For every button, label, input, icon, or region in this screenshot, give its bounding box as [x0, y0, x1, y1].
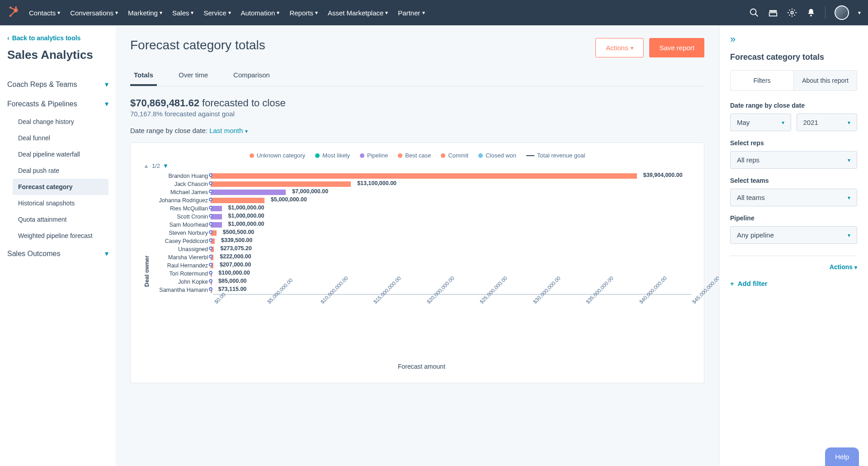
row-value: $5,000,000.00	[271, 196, 307, 203]
marketplace-icon[interactable]	[768, 8, 778, 18]
expand-icon[interactable]: »	[730, 33, 857, 45]
nav-item-service[interactable]: Service ▾	[203, 9, 231, 17]
search-icon[interactable]	[749, 8, 759, 18]
avatar[interactable]	[835, 5, 849, 20]
bell-icon[interactable]	[806, 8, 816, 18]
goal-marker	[209, 181, 212, 185]
panel-title: Forecast category totals	[730, 52, 857, 62]
legend-item: Total revenue goal	[526, 152, 585, 159]
tab-over-time[interactable]: Over time	[175, 66, 212, 86]
top-nav: Contacts ▾Conversations ▾Marketing ▾Sale…	[0, 0, 868, 25]
main-content: Forecast category totals Actions▾ Save r…	[116, 25, 719, 466]
row-owner: Sam Moorhead	[152, 222, 211, 228]
nav-item-sales[interactable]: Sales ▾	[172, 9, 194, 17]
svg-point-7	[9, 6, 11, 8]
row-owner: Casey Peddicord	[152, 238, 211, 244]
row-value: $273,075.20	[220, 245, 252, 252]
chevron-down-icon[interactable]: ▾	[858, 10, 861, 16]
tab-filters[interactable]: Filters	[731, 71, 793, 90]
hubspot-logo	[7, 6, 20, 19]
plus-icon: +	[730, 280, 734, 287]
tab-about[interactable]: About this report	[793, 71, 857, 90]
goal-marker	[209, 214, 212, 218]
chevron-down-icon: ▾	[115, 10, 118, 16]
nav-item-marketing[interactable]: Marketing ▾	[128, 9, 162, 17]
row-owner: Scott Cronin	[152, 214, 211, 220]
row-owner: Brandon Huang	[152, 173, 211, 179]
row-value: $100,000.00	[218, 270, 250, 276]
reps-select[interactable]: All reps▾	[730, 151, 857, 169]
sidebar-item-weighted-pipeline-forecast[interactable]: Weighted pipeline forecast	[13, 228, 108, 244]
summary-sub: 70,167.8% forecasted against goal	[130, 110, 704, 118]
sidebar-item-quota-attainment[interactable]: Quota attainment	[13, 211, 108, 228]
nav-item-reports[interactable]: Reports ▾	[289, 9, 318, 17]
chevron-down-icon: ▾	[848, 232, 850, 238]
date-filter-inline: Date range by close date: Last month ▾	[130, 127, 704, 134]
row-owner: Steven Norbury	[152, 230, 211, 236]
x-axis-label: Forecast amount	[152, 363, 691, 370]
year-select[interactable]: 2021▾	[797, 114, 858, 131]
sidebar-item-deal-pipeline-waterfall[interactable]: Deal pipeline waterfall	[13, 146, 108, 162]
row-owner: Unassigned	[152, 246, 211, 252]
svg-point-13	[810, 15, 812, 17]
row-owner: John Kopke	[152, 279, 211, 285]
sidebar-group-sales-outcomes[interactable]: Sales Outcomes▾	[7, 244, 116, 263]
chart-row: Johanna Rodriguez$5,000,000.00	[152, 196, 691, 204]
goal-marker	[209, 287, 212, 291]
row-owner: Marsha Viererbl	[152, 254, 211, 261]
chevron-down-icon: ▾	[57, 10, 60, 16]
teams-select[interactable]: All teams▾	[730, 189, 857, 206]
row-value: $1,000,000.00	[228, 221, 264, 227]
sidebar-item-deal-funnel[interactable]: Deal funnel	[13, 130, 108, 146]
svg-point-8	[750, 9, 756, 15]
nav-item-contacts[interactable]: Contacts ▾	[29, 9, 60, 17]
svg-rect-10	[769, 10, 777, 12]
help-button[interactable]: Help	[825, 447, 859, 466]
chart-row: Scott Cronin$1,000,000.00	[152, 213, 691, 221]
svg-line-9	[755, 14, 758, 17]
sidebar-item-deal-change-history[interactable]: Deal change history	[13, 114, 108, 130]
date-filter-link[interactable]: Last month ▾	[209, 127, 247, 134]
sidebar-group-forecasts-pipelines[interactable]: Forecasts & Pipelines▾	[7, 94, 116, 114]
add-filter-button[interactable]: +Add filter	[730, 280, 857, 287]
nav-item-asset-marketplace[interactable]: Asset Marketplace ▾	[328, 9, 388, 17]
row-value: $222,000.00	[220, 253, 251, 260]
chevron-down-icon: ▾	[277, 10, 279, 16]
sidebar-group-coach-reps-teams[interactable]: Coach Reps & Teams▾	[7, 75, 116, 94]
svg-point-3	[9, 15, 11, 17]
row-value: $1,000,000.00	[228, 204, 264, 211]
pipeline-select[interactable]: Any pipeline▾	[730, 226, 857, 244]
pager-label: 1/2	[152, 162, 160, 169]
month-select[interactable]: May▾	[730, 114, 791, 131]
pager-next-icon[interactable]: ▼	[163, 162, 169, 169]
divider	[730, 256, 857, 256]
nav-item-partner[interactable]: Partner ▾	[398, 9, 425, 17]
summary-line: $70,869,481.62 forecasted to close	[130, 97, 704, 109]
tab-totals[interactable]: Totals	[130, 66, 157, 86]
row-owner: Jack Chascin	[152, 181, 211, 187]
nav-item-conversations[interactable]: Conversations ▾	[70, 9, 118, 17]
goal-marker	[209, 206, 212, 209]
sidebar-item-historical-snapshots[interactable]: Historical snapshots	[13, 195, 108, 211]
chevron-down-icon: ▾	[854, 264, 857, 271]
panel-actions-link[interactable]: Actions ▾	[730, 263, 857, 271]
nav-item-automation[interactable]: Automation ▾	[241, 9, 280, 17]
chart-row: Casey Peddicord$339,500.00	[152, 237, 691, 245]
chevron-down-icon: ▾	[385, 10, 388, 16]
legend-item: Commit	[441, 152, 468, 159]
row-value: $500,500.00	[223, 229, 255, 235]
back-link[interactable]: ‹ Back to analytics tools	[7, 34, 116, 42]
gear-icon[interactable]	[787, 8, 797, 18]
goal-marker	[209, 263, 212, 266]
tab-comparison[interactable]: Comparison	[230, 66, 274, 86]
filter-label-reps: Select reps	[730, 139, 857, 147]
y-axis-label: Deal owner	[143, 172, 150, 370]
sidebar-item-deal-push-rate[interactable]: Deal push rate	[13, 162, 108, 179]
chevron-down-icon: ▾	[105, 100, 108, 108]
actions-button[interactable]: Actions▾	[595, 38, 644, 57]
sidebar-item-forecast-category[interactable]: Forecast category	[13, 179, 108, 195]
filter-label-teams: Select teams	[730, 177, 857, 184]
pager-prev-icon[interactable]: ▲	[143, 162, 149, 169]
section-title: Sales Analytics	[7, 48, 116, 62]
save-report-button[interactable]: Save report	[649, 38, 704, 57]
